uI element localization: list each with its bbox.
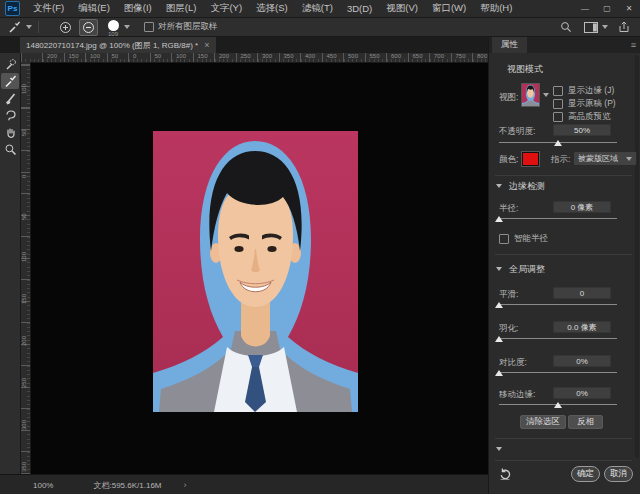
chevron-down-icon[interactable] bbox=[124, 25, 130, 29]
close-button[interactable]: ✕ bbox=[618, 0, 640, 17]
slider-track bbox=[499, 372, 617, 373]
ruler-tick-label: 550 bbox=[370, 53, 380, 59]
radius-value[interactable]: 0 像素 bbox=[553, 201, 611, 213]
search-icon[interactable] bbox=[558, 20, 574, 34]
status-chevron-icon[interactable]: › bbox=[184, 480, 187, 490]
high-quality-preview-checkbox[interactable] bbox=[553, 112, 563, 122]
slider-thumb[interactable] bbox=[495, 216, 503, 222]
smart-radius-checkbox[interactable] bbox=[499, 234, 509, 244]
reset-button[interactable] bbox=[498, 467, 512, 485]
indicates-value: 被蒙版区域 bbox=[578, 153, 618, 164]
slider-thumb[interactable] bbox=[554, 140, 562, 146]
edge-detection-section-label[interactable]: 边缘检测 bbox=[509, 180, 545, 193]
menu-item[interactable]: 图像(I) bbox=[124, 2, 152, 15]
ruler-tick-label: 600 bbox=[391, 53, 401, 59]
add-to-selection-button[interactable] bbox=[57, 20, 74, 35]
current-tool-preset[interactable] bbox=[6, 20, 32, 35]
menu-item[interactable]: 选择(S) bbox=[256, 2, 288, 15]
ok-button[interactable]: 确定 bbox=[571, 466, 600, 482]
cancel-button[interactable]: 取消 bbox=[604, 466, 633, 482]
menu-item[interactable]: 帮助(H) bbox=[480, 2, 512, 15]
opacity-slider[interactable] bbox=[499, 139, 617, 147]
slider-thumb[interactable] bbox=[554, 402, 562, 408]
hand-tool[interactable] bbox=[1, 124, 19, 140]
window-controls: — ▢ ✕ bbox=[574, 0, 640, 17]
view-dropdown-chevron-icon[interactable] bbox=[543, 93, 549, 97]
maximize-button[interactable]: ▢ bbox=[596, 0, 618, 17]
ruler-tick-label: 100 bbox=[21, 84, 27, 94]
output-settings-collapse-icon[interactable] bbox=[496, 447, 502, 451]
high-quality-preview-option[interactable]: 高品质预览 bbox=[553, 111, 611, 123]
slider-thumb[interactable] bbox=[495, 336, 503, 342]
smart-radius-option[interactable]: 智能半径 bbox=[499, 233, 548, 245]
document-tab[interactable]: 1480220710174.jpg @ 100% (图层 1, RGB/8#) … bbox=[20, 37, 216, 53]
lasso-tool[interactable] bbox=[1, 107, 19, 123]
divider bbox=[495, 254, 632, 255]
sample-all-layers-checkbox[interactable] bbox=[144, 22, 154, 32]
view-label: 视图: bbox=[499, 92, 518, 104]
canvas[interactable] bbox=[31, 63, 488, 474]
ruler-tick-label: 150 bbox=[69, 53, 79, 59]
brush-preview-icon bbox=[108, 20, 119, 31]
slider-thumb[interactable] bbox=[495, 370, 503, 376]
ruler-tick-label: 250 bbox=[21, 378, 27, 388]
menu-item[interactable]: 图层(L) bbox=[166, 2, 197, 15]
subtract-from-selection-button[interactable] bbox=[79, 19, 98, 36]
smooth-value[interactable]: 0 bbox=[553, 287, 611, 299]
menu-item[interactable]: 滤镜(T) bbox=[302, 2, 333, 15]
tab-properties[interactable]: 属性 bbox=[492, 37, 527, 53]
feather-value[interactable]: 0.0 像素 bbox=[553, 321, 611, 333]
refine-edge-brush-tool[interactable] bbox=[1, 73, 19, 89]
opacity-value[interactable]: 50% bbox=[553, 124, 611, 136]
clear-selection-button[interactable]: 清除选区 bbox=[520, 415, 566, 429]
menu-item[interactable]: 文字(Y) bbox=[210, 2, 242, 15]
show-edges-checkbox[interactable] bbox=[553, 86, 563, 96]
shift-edge-slider[interactable] bbox=[499, 401, 617, 409]
panel-menu-icon[interactable]: ≡ bbox=[631, 40, 636, 50]
ruler-tick-label: 750 bbox=[456, 53, 466, 59]
show-original-option[interactable]: 显示原稿 (P) bbox=[553, 98, 616, 110]
menu-item[interactable]: 文件(F) bbox=[33, 2, 64, 15]
view-thumbnail[interactable] bbox=[521, 83, 540, 107]
contrast-slider[interactable] bbox=[499, 369, 617, 377]
close-tab-icon[interactable]: × bbox=[204, 40, 209, 50]
ruler-tick-label: 300 bbox=[21, 420, 27, 430]
invert-button[interactable]: 反相 bbox=[568, 415, 603, 429]
menu-item[interactable]: 窗口(W) bbox=[432, 2, 466, 15]
radius-slider[interactable] bbox=[499, 215, 617, 223]
smooth-slider[interactable] bbox=[499, 301, 617, 309]
chevron-down-icon[interactable] bbox=[602, 25, 608, 29]
global-adjust-section-label[interactable]: 全局调整 bbox=[509, 263, 545, 276]
menu-item[interactable]: 3D(D) bbox=[347, 3, 372, 14]
brush-tool[interactable] bbox=[1, 90, 19, 106]
zoom-tool[interactable] bbox=[1, 141, 19, 157]
minimize-button[interactable]: — bbox=[574, 0, 596, 17]
zoom-level-value[interactable]: 100% bbox=[33, 481, 53, 490]
menu-item[interactable]: 视图(V) bbox=[386, 2, 418, 15]
show-original-label: 显示原稿 (P) bbox=[568, 98, 616, 110]
edge-detection-collapse-icon[interactable] bbox=[496, 184, 502, 188]
portrait-photo-with-selection-overlay[interactable] bbox=[153, 131, 358, 412]
ruler-tick-label: 150 bbox=[198, 53, 208, 59]
workspace-switcher-icon[interactable] bbox=[582, 21, 600, 34]
view-mode-section-label: 视图模式 bbox=[507, 63, 543, 76]
contrast-value[interactable]: 0% bbox=[553, 355, 611, 367]
global-adjust-collapse-icon[interactable] bbox=[496, 267, 502, 271]
shift-edge-value[interactable]: 0% bbox=[553, 387, 611, 399]
quick-selection-tool[interactable] bbox=[1, 56, 19, 72]
divider bbox=[495, 460, 632, 461]
show-edges-option[interactable]: 显示边缘 (J) bbox=[553, 85, 614, 97]
brush-size-picker[interactable]: 109 bbox=[106, 20, 120, 34]
show-original-checkbox[interactable] bbox=[553, 99, 563, 109]
slider-thumb[interactable] bbox=[495, 302, 503, 308]
feather-slider[interactable] bbox=[499, 335, 617, 343]
indicates-dropdown[interactable]: 被蒙版区域 bbox=[573, 151, 637, 166]
sample-all-layers-label: 对所有图层取样 bbox=[158, 21, 218, 33]
panel-scrollbar[interactable] bbox=[635, 55, 639, 458]
photoshop-logo-icon: Ps bbox=[5, 1, 20, 16]
menu-item[interactable]: 编辑(E) bbox=[78, 2, 110, 15]
document-size-info: 文档:595.6K/1.16M bbox=[93, 480, 161, 491]
share-icon[interactable] bbox=[616, 20, 632, 34]
tool-options-bar: 109 对所有图层取样 bbox=[0, 18, 640, 37]
overlay-color-swatch[interactable] bbox=[522, 152, 539, 166]
